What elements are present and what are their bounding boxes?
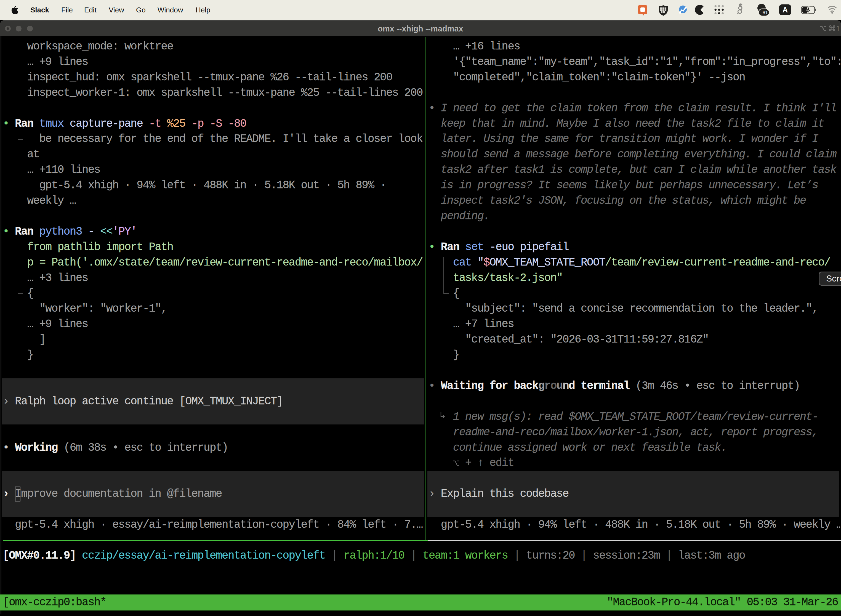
svg-text:..61: ..61	[760, 10, 768, 15]
svg-text:A: A	[782, 6, 788, 14]
